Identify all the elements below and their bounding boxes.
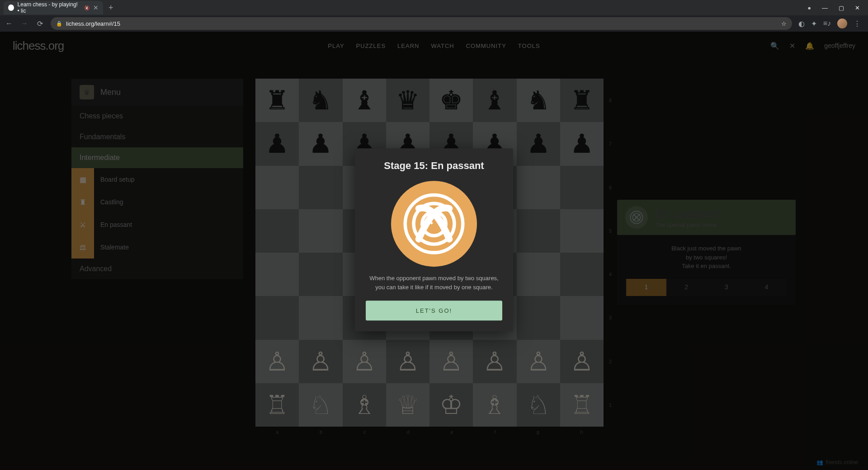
new-tab-button[interactable]: + (108, 3, 113, 13)
reload-button[interactable]: ⟳ (35, 19, 44, 28)
modal-title: Stage 15: En passant (366, 160, 502, 172)
page-content: lichess.org PLAY PUZZLES LEARN WATCH COM… (0, 32, 868, 470)
lets-go-button[interactable]: LET'S GO! (366, 301, 502, 320)
modal-description: When the opponent pawn moved by two squa… (366, 274, 502, 291)
tab-favicon (8, 5, 14, 11)
browser-toolbar: ← → ⟳ 🔒 lichess.org/learn#/15 ☆ ◐ ✦ ≡♪ ⋮ (0, 15, 868, 32)
window-maximize[interactable]: ▢ (839, 5, 844, 11)
browser-tab[interactable]: Learn chess - by playing! • lic 🔇 ✕ (4, 1, 103, 14)
modal-swirl-icon (391, 181, 477, 267)
url-text: lichess.org/learn#/15 (66, 20, 120, 27)
media-icon[interactable]: ≡♪ (823, 19, 831, 28)
window-close[interactable]: ✕ (855, 5, 860, 11)
forward-button[interactable]: → (20, 19, 29, 28)
tab-mute-icon[interactable]: 🔇 (84, 5, 90, 10)
profile-avatar[interactable] (837, 19, 847, 28)
window-minimize[interactable]: — (822, 5, 828, 11)
record-icon[interactable]: ● (807, 5, 811, 11)
lock-icon: 🔒 (56, 21, 62, 27)
extensions-icon[interactable]: ✦ (811, 19, 817, 28)
stage-intro-modal: Stage 15: En passant When the opponent p… (355, 148, 513, 331)
back-button[interactable]: ← (5, 19, 14, 28)
url-bar[interactable]: 🔒 lichess.org/learn#/15 ☆ (51, 17, 792, 30)
tab-close-icon[interactable]: ✕ (93, 4, 99, 11)
extension-icon-1[interactable]: ◐ (798, 19, 805, 28)
tab-title: Learn chess - by playing! • lic (18, 1, 80, 14)
bookmark-star-icon[interactable]: ☆ (781, 20, 787, 27)
browser-menu-icon[interactable]: ⋮ (854, 19, 861, 28)
browser-titlebar: Learn chess - by playing! • lic 🔇 ✕ + ● … (0, 0, 868, 15)
